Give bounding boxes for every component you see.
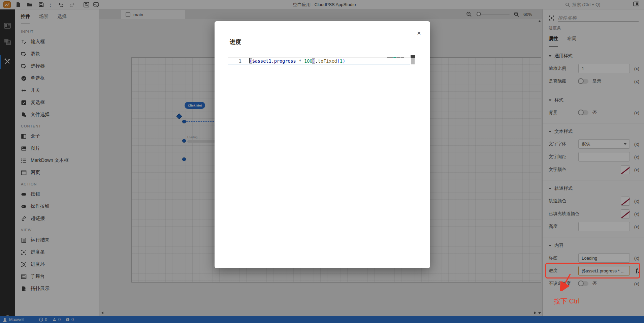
code-line[interactable]: ($asset1.progress * 100).toFixed(1)	[249, 58, 345, 64]
appstudio-window: ⋮ 空白应用 - CloudPSS AppStudio 搜索 (Ctrl + Q…	[0, 0, 644, 323]
minimap	[387, 56, 410, 60]
close-icon[interactable]: ×	[415, 29, 423, 37]
line-number: 1	[228, 58, 249, 64]
dialog-title: 进度	[230, 38, 241, 46]
code-editor[interactable]: 1 ($asset1.progress * 100).toFixed(1)	[228, 55, 415, 233]
expression-editor-dialog: 进度 × 1 ($asset1.progress * 100).toFixed(…	[215, 21, 430, 268]
editor-scrollbar[interactable]	[411, 55, 415, 233]
annotation-hint-text: 按下 Ctrl	[554, 297, 580, 306]
scrollbar-cursor-mark	[411, 55, 415, 58]
scrollbar-thumb[interactable]	[411, 58, 415, 64]
